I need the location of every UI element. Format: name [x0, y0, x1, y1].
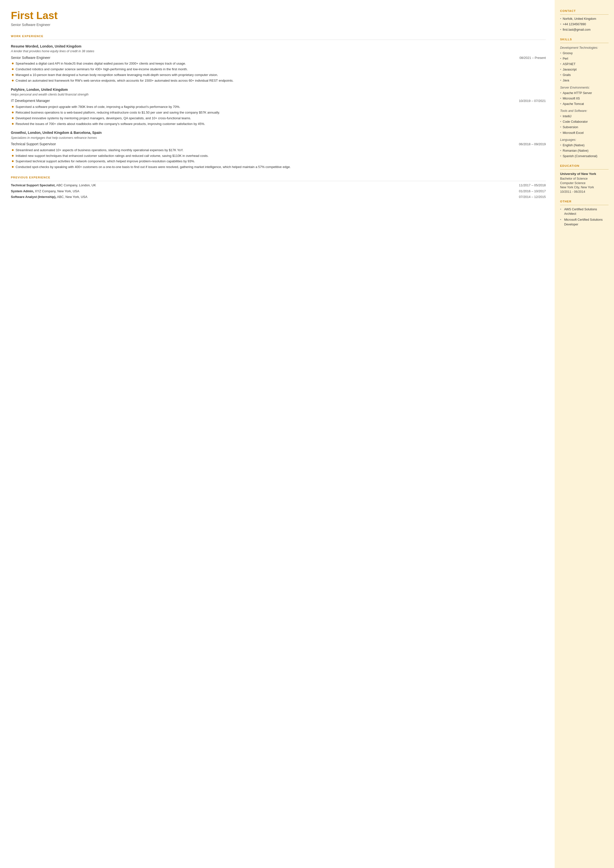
- edu-field: Computer Science: [560, 181, 609, 186]
- company-name-3: Growthsi, London, United Kingdom & Barce…: [11, 130, 546, 135]
- job-entry-1: Resume Worded, London, United Kingdom A …: [11, 44, 546, 83]
- company-suffix-3: London, United Kingdom & Barcelona, Spai…: [27, 130, 102, 135]
- skill-intellij: •IntelliJ: [560, 114, 609, 118]
- company-name-2: Polyhire, London, United Kingdom: [11, 87, 546, 92]
- skill-english: •English (Native): [560, 143, 609, 148]
- previous-experience-heading: PREVIOUS EXPERIENCE: [11, 175, 546, 181]
- bullet-dot: [12, 80, 14, 81]
- edu-degree: Bachelor of Science: [560, 177, 609, 181]
- skills-heading: SKILLS: [560, 37, 609, 43]
- skills-category-server: Server Environments:: [560, 85, 609, 90]
- skill-aspnet: •ASP.NET: [560, 62, 609, 66]
- bullet-dot: [12, 155, 14, 157]
- education-heading: EDUCATION: [560, 164, 609, 169]
- prev-exp-left-2: System Admin, XYZ Company, New York, USA: [11, 189, 515, 194]
- bullet-1-3: Managed a 10-person team that designed a…: [12, 73, 546, 78]
- company-name-1: Resume Worded, London, United Kingdom: [11, 44, 546, 49]
- skills-category-dev: Development Technologies:: [560, 45, 609, 50]
- job-entry-2: Polyhire, London, United Kingdom Helps p…: [11, 87, 546, 126]
- company-bold-1: Resume Worded,: [11, 44, 39, 48]
- company-tagline-2: Helps personal and wealth clients build …: [11, 92, 546, 97]
- bullet-dot: [12, 123, 14, 125]
- contact-heading: CONTACT: [560, 9, 609, 15]
- bullet-1-2: Conducted robotics and computer science …: [12, 67, 546, 72]
- contact-item-1: • Norfolk, United Kingdom: [560, 17, 609, 21]
- prev-exp-bold-1: Technical Support Specialist,: [11, 183, 56, 187]
- prev-exp-bold-2: System Admin,: [11, 189, 34, 193]
- job-row-1: Senior Software Engineer 08/2021 – Prese…: [11, 55, 546, 61]
- bullet-dot: [12, 149, 14, 151]
- bullet-dot: [12, 74, 14, 76]
- skills-category-tools: Tools and Software:: [560, 109, 609, 113]
- job-row-3: Technical Support Supervisor 06/2018 – 0…: [11, 141, 546, 147]
- company-tagline-3: Specializes in mortgages that help custo…: [11, 136, 546, 140]
- job-row-2: IT Development Manager 10/2019 – 07/2021: [11, 98, 546, 103]
- skill-code-collab: •Code Collaborator: [560, 120, 609, 124]
- job-dates-2: 10/2019 – 07/2021: [519, 99, 546, 103]
- bullet-2-1: Supervised a software project upgrade wi…: [12, 105, 546, 109]
- candidate-name: First Last: [11, 10, 546, 21]
- skill-perl: •Perl: [560, 56, 609, 61]
- skill-javascript: •Javascript: [560, 67, 609, 72]
- prev-exp-left-3: Software Analyst (Internship), ABC, New …: [11, 195, 515, 199]
- company-bold-3: Growthsi,: [11, 130, 27, 135]
- skill-excel: •Microsoft Excel: [560, 130, 609, 135]
- job-title-1: Senior Software Engineer: [11, 55, 50, 60]
- prev-exp-row-1: Technical Support Specialist, ABC Compan…: [11, 183, 546, 188]
- company-suffix-1: London, United Kingdom: [39, 44, 81, 48]
- contact-bullet-3: •: [560, 28, 561, 32]
- bullet-dot: [12, 112, 14, 113]
- other-item-2: • Microsoft Certified Solutions Develope…: [560, 217, 609, 227]
- job-title-2: IT Development Manager: [11, 98, 50, 103]
- prev-exp-suffix-1: ABC Company, London, UK: [56, 183, 96, 187]
- skill-apache-tomcat: •Apache Tomcat: [560, 102, 609, 106]
- resume-page: First Last Senior Software Engineer WORK…: [0, 0, 614, 868]
- skill-grails: •Grails: [560, 73, 609, 77]
- bullet-1-4: Created an automated test framework for …: [12, 78, 546, 83]
- bullet-dot: [12, 68, 14, 70]
- bullet-2-3: Developed innovative systems by mentorin…: [12, 116, 546, 121]
- bullet-dot: [12, 117, 14, 119]
- contact-item-2: • +44 1234567890: [560, 22, 609, 26]
- bullet-3-1: Streamlined and automated 10+ aspects of…: [12, 148, 546, 153]
- skill-subversion: •Subversion: [560, 125, 609, 129]
- prev-exp-left-1: Technical Support Specialist, ABC Compan…: [11, 183, 515, 188]
- bullet-3-3: Supervised technical support activities …: [12, 159, 546, 164]
- skill-groovy: •Groovy: [560, 51, 609, 56]
- bullet-dot: [12, 63, 14, 64]
- company-tagline-1: A lender that provides home equity lines…: [11, 49, 546, 53]
- bullet-2-2: Relocated business operations to a web-b…: [12, 110, 546, 115]
- contact-item-3: • first.last@gmail.com: [560, 28, 609, 32]
- job-title-3: Technical Support Supervisor: [11, 141, 56, 146]
- prev-exp-dates-2: 01/2016 – 10/2017: [519, 189, 546, 194]
- bullet-dot: [12, 166, 14, 168]
- other-heading: OTHER: [560, 199, 609, 205]
- prev-exp-row-3: Software Analyst (Internship), ABC, New …: [11, 195, 546, 199]
- skills-category-languages: Languages:: [560, 138, 609, 142]
- job-dates-1: 08/2021 – Present: [519, 56, 546, 61]
- prev-exp-suffix-2: XYZ Company, New York, USA: [34, 189, 79, 193]
- company-suffix-2: London, United Kingdom: [25, 88, 68, 92]
- skill-apache-http: •Apache HTTP Server: [560, 91, 609, 95]
- edu-dates: 10/2011 - 06/2014: [560, 190, 609, 194]
- contact-bullet-2: •: [560, 22, 561, 26]
- bullet-list-1: Spearheaded a digital card API in NodeJS…: [11, 61, 546, 83]
- prev-exp-dates-3: 07/2014 – 12/2015: [519, 195, 546, 199]
- contact-bullet-1: •: [560, 17, 561, 21]
- bullet-list-2: Supervised a software project upgrade wi…: [11, 105, 546, 126]
- bullet-dot: [12, 160, 14, 162]
- prev-exp-row-2: System Admin, XYZ Company, New York, USA…: [11, 189, 546, 194]
- work-experience-heading: WORK EXPERIENCE: [11, 34, 546, 40]
- prev-exp-bold-3: Software Analyst (Internship),: [11, 195, 56, 199]
- bullet-2-4: Resolved the issues of 700+ clients abou…: [12, 122, 546, 126]
- main-column: First Last Senior Software Engineer WORK…: [0, 0, 555, 868]
- job-entry-3: Growthsi, London, United Kingdom & Barce…: [11, 130, 546, 169]
- company-bold-2: Polyhire,: [11, 88, 25, 92]
- bullet-1-1: Spearheaded a digital card API in NodeJS…: [12, 61, 546, 66]
- bullet-dot: [12, 106, 14, 108]
- skill-romanian: •Romanian (Native): [560, 149, 609, 153]
- sidebar: CONTACT • Norfolk, United Kingdom • +44 …: [555, 0, 614, 868]
- edu-location: New York City, New York: [560, 185, 609, 190]
- edu-school: University of New York: [560, 171, 609, 176]
- skill-microsoft-iis: •Microsoft IIS: [560, 96, 609, 101]
